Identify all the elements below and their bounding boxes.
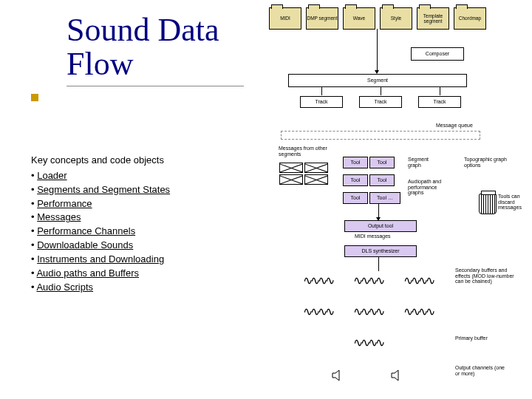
link-loader[interactable]: Loader — [37, 170, 66, 181]
topo-label: Topographic graph options — [464, 157, 516, 168]
wave-mid-3: ∿∿∿∿ — [403, 304, 433, 318]
link-performance[interactable]: Performance — [37, 198, 92, 209]
cross-2 — [304, 163, 328, 173]
link-instruments[interactable]: Instruments and Downloading — [37, 253, 164, 265]
svg-marker-0 — [332, 370, 339, 381]
folder-chordmap: Chordmap — [454, 7, 486, 30]
synth-box: DLS synthesizer — [344, 245, 417, 257]
trash-icon — [479, 194, 497, 214]
ap-graph-label: Audiopath and performance graphs — [408, 179, 452, 196]
arrow-1 — [375, 70, 379, 74]
track-3: Track — [418, 96, 461, 108]
link-segments[interactable]: Segments and Segment States — [37, 184, 170, 195]
wave-sec-3: ∿∿∿∿ — [403, 273, 433, 287]
tool-1a: Tool — [343, 157, 368, 168]
cross-4 — [304, 174, 328, 185]
concepts-heading: Key concepts and code objects — [31, 154, 170, 168]
sec-buf-label: Secondary buffers and effects (MOD low-n… — [455, 267, 522, 284]
out-chan-label: Output channels (one or more) — [455, 365, 507, 376]
segment-box: Segment — [288, 74, 467, 87]
link-perf-channels[interactable]: Performance Channels — [37, 225, 135, 236]
tool-2b: Tool — [369, 174, 395, 186]
msg-other-label: Messages from other segments — [279, 146, 330, 157]
page-title: Sound Data Flow — [66, 13, 244, 86]
folder-template: Template segment — [417, 7, 449, 30]
wave-mid-1: ∿∿∿∿ — [303, 304, 332, 318]
folder-style: Style — [380, 7, 412, 30]
discard-label: Tools can discard messages — [498, 194, 531, 211]
svg-marker-1 — [392, 370, 398, 381]
wave-mid-2: ∿∿∿∿ — [353, 304, 383, 318]
wave-sec-1: ∿∿∿∿ — [303, 273, 332, 287]
prim-buf-label: Primary buffer — [455, 335, 507, 341]
tool-2a: Tool — [343, 174, 368, 186]
conn-1 — [377, 29, 378, 73]
track-1: Track — [300, 96, 343, 108]
output-tool-box: Output tool — [344, 220, 417, 232]
folder-dmp: DMP segment — [306, 7, 338, 30]
cross-3 — [279, 174, 303, 185]
seg-graph-label: Segment graph — [408, 157, 441, 168]
link-audiopaths[interactable]: Audio paths and Buffers — [36, 267, 139, 279]
arrow-out — [376, 217, 381, 221]
msgqueue-box — [281, 131, 480, 140]
title-bullet-icon — [31, 94, 38, 101]
link-dls[interactable]: Downloadable Sounds — [37, 239, 133, 250]
msgqueue-label: Message queue — [436, 123, 473, 129]
link-messages[interactable]: Messages — [37, 211, 81, 222]
flow-diagram: MIDI DMP segment Wave Style Template seg… — [266, 1, 532, 399]
tool-3b: Tool … — [369, 192, 400, 204]
conn-t3 — [440, 86, 440, 95]
speaker-left-icon — [331, 369, 343, 381]
wave-sec-2: ∿∿∿∿ — [353, 273, 383, 287]
tool-1b: Tool — [369, 157, 395, 168]
folder-wave: Wave — [343, 7, 375, 30]
wave-primary: ∿∿∿∿ — [353, 335, 383, 349]
conn-t1 — [321, 86, 322, 95]
cross-1 — [279, 163, 303, 173]
composer-box: Composer — [411, 47, 464, 61]
conn-wave — [378, 256, 379, 271]
concepts-block: Key concepts and code objects Loader Seg… — [31, 154, 170, 294]
output-sub-label: MIDI messages — [355, 233, 391, 239]
conn-t2 — [381, 86, 381, 95]
tool-3a: Tool — [343, 192, 368, 204]
link-audioscripts[interactable]: Audio Scripts — [36, 282, 93, 293]
folder-midi: MIDI — [269, 7, 301, 30]
speaker-right-icon — [390, 369, 402, 381]
track-2: Track — [359, 96, 402, 108]
